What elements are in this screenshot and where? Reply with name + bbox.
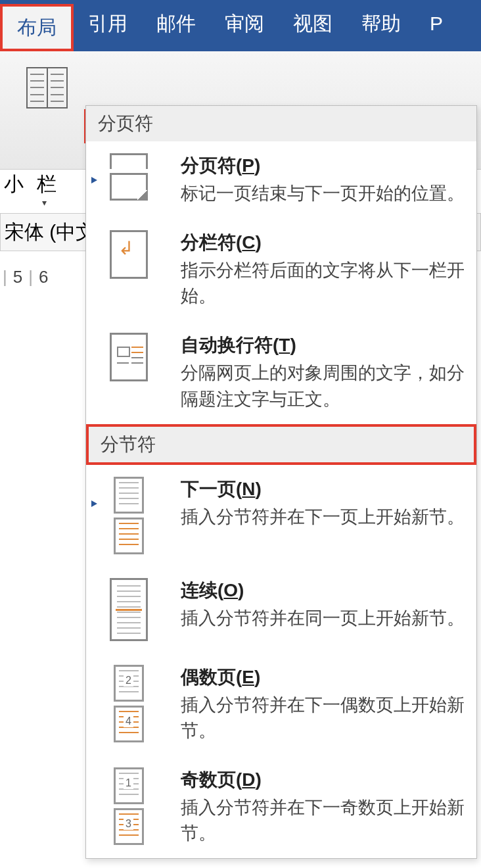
menu-item-next-page[interactable]: 下一页(N) 插入分节符并在下一页上开始新节。 bbox=[86, 465, 476, 566]
next-page-icon bbox=[114, 477, 144, 514]
tab-help[interactable]: 帮助 bbox=[347, 0, 415, 47]
current-indicator-icon bbox=[91, 177, 97, 183]
menu-item-desc: 插入分节符并在下一页上开始新节。 bbox=[181, 504, 467, 530]
menu-item-desc: 插入分节符并在下一偶数页上开始新节。 bbox=[181, 692, 467, 744]
odd-page-icon: 3 bbox=[114, 808, 144, 845]
odd-page-icon: 1 bbox=[114, 767, 144, 804]
page-break-icon bbox=[110, 173, 148, 201]
menu-item-title: 自动换行符(T) bbox=[181, 333, 467, 358]
even-page-icon: 2 bbox=[114, 665, 144, 702]
section-breaks-header: 分节符 bbox=[86, 424, 476, 465]
size-label-partial: 小 bbox=[4, 171, 24, 198]
menu-item-title: 连续(O) bbox=[181, 578, 467, 603]
current-indicator-icon bbox=[91, 500, 97, 507]
next-page-icon bbox=[114, 518, 144, 554]
tab-view[interactable]: 视图 bbox=[279, 0, 347, 47]
menu-item-desc: 指示分栏符后面的文字将从下一栏开始。 bbox=[181, 258, 467, 309]
continuous-icon bbox=[110, 578, 148, 641]
tab-review[interactable]: 审阅 bbox=[210, 0, 279, 47]
text-wrap-icon bbox=[110, 333, 148, 381]
menu-item-desc: 插入分节符并在同一页上开始新节。 bbox=[181, 606, 467, 631]
columns-label[interactable]: 栏 bbox=[37, 171, 57, 198]
menu-item-odd-page[interactable]: 1 3 奇数页(D) 插入分节符并在下一奇数页上开始新节。 bbox=[86, 756, 476, 858]
breaks-dropdown-menu: 分页符 分页符(P) 标记一页结束与下一页开始的位置。 分栏符(C) 指示分栏符… bbox=[85, 105, 477, 859]
columns-icon[interactable] bbox=[26, 67, 68, 108]
menu-item-even-page[interactable]: 2 4 偶数页(E) 插入分节符并在下一偶数页上开始新节。 bbox=[86, 653, 476, 756]
menu-item-column-break[interactable]: 分栏符(C) 指示分栏符后面的文字将从下一栏开始。 bbox=[86, 218, 476, 321]
chevron-down-icon[interactable]: ▾ bbox=[42, 197, 47, 208]
even-page-icon: 4 bbox=[114, 706, 144, 742]
menu-item-desc: 标记一页结束与下一页开始的位置。 bbox=[181, 181, 467, 206]
menu-item-desc: 插入分节符并在下一奇数页上开始新节。 bbox=[181, 795, 467, 846]
menu-item-continuous[interactable]: 连续(O) 插入分节符并在同一页上开始新节。 bbox=[86, 566, 476, 653]
menu-item-text-wrap[interactable]: 自动换行符(T) 分隔网页上的对象周围的文字，如分隔题注文字与正文。 bbox=[86, 321, 476, 423]
tab-mail[interactable]: 邮件 bbox=[142, 0, 210, 47]
menu-item-desc: 分隔网页上的对象周围的文字，如分隔题注文字与正文。 bbox=[181, 360, 467, 412]
tab-layout[interactable]: 布局 bbox=[0, 4, 74, 51]
menu-item-title: 分栏符(C) bbox=[181, 230, 467, 255]
tab-references[interactable]: 引用 bbox=[74, 0, 142, 47]
tab-partial[interactable]: P bbox=[415, 0, 457, 47]
ruler-partial: |5|6 bbox=[0, 260, 85, 289]
menu-item-title: 下一页(N) bbox=[181, 477, 467, 502]
menu-item-title: 奇数页(D) bbox=[181, 767, 467, 792]
ribbon-tabs: 布局 引用 邮件 审阅 视图 帮助 P bbox=[0, 0, 481, 51]
menu-item-title: 分页符(P) bbox=[181, 153, 467, 178]
menu-item-title: 偶数页(E) bbox=[181, 665, 467, 690]
page-break-icon bbox=[110, 153, 148, 169]
menu-item-page-break[interactable]: 分页符(P) 标记一页结束与下一页开始的位置。 bbox=[86, 141, 476, 218]
column-break-icon bbox=[110, 230, 148, 279]
page-breaks-header: 分页符 bbox=[86, 106, 476, 141]
